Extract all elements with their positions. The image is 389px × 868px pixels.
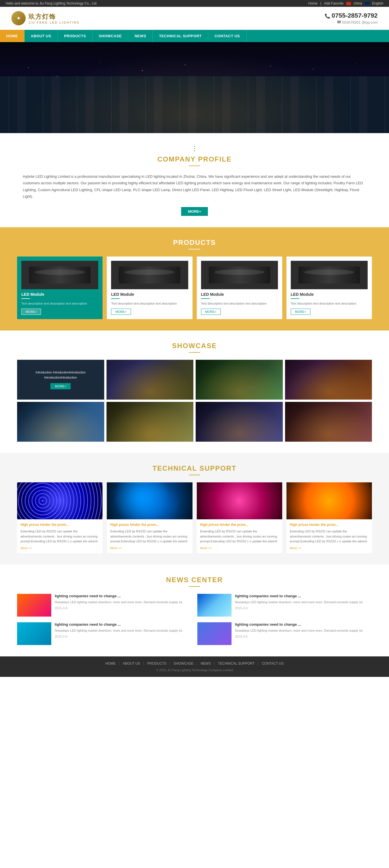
tech-image-1 (107, 482, 192, 519)
nav-about[interactable]: ABOUT US (25, 30, 58, 42)
nav-technical[interactable]: TECHNICAL SUPPORT (152, 30, 208, 42)
hero-banner (0, 42, 389, 133)
showcase-more-btn[interactable]: MORE+ (50, 383, 71, 389)
product-more-btn-3[interactable]: MORE+ (291, 309, 310, 315)
nav-news[interactable]: NEWS (128, 30, 152, 42)
showcase-city-5[interactable] (107, 402, 194, 442)
news-image-2[interactable] (17, 622, 51, 645)
news-item-3: lighting companies need to change ... No… (197, 622, 372, 645)
tech-title-2: High prices hinder the prom... (200, 523, 279, 527)
welcome-text: Hello and welcome to Jiu Fang Lighting T… (6, 1, 98, 5)
news-item-title-2: lighting companies need to change ... (55, 622, 192, 626)
news-item-2: lighting companies need to change ... No… (17, 622, 192, 645)
showcase-city-2[interactable] (196, 360, 283, 400)
tech-grid: High prices hinder the prom... Extending… (17, 482, 372, 553)
footer-nav-products[interactable]: PRODUCTS (144, 661, 170, 665)
nav-showcase[interactable]: SHOWCASE (92, 30, 129, 42)
showcase-grid: Introduction IntroductionIntroduction In… (17, 360, 372, 442)
product-more-btn-2[interactable]: MORE+ (201, 309, 221, 315)
tech-content-1: High prices hinder the prom... Extending… (107, 519, 192, 553)
showcase-city-7[interactable] (285, 402, 372, 442)
news-item-1: lighting companies need to change ... No… (197, 594, 372, 617)
china-link[interactable]: china (354, 1, 362, 5)
add-favorite-link[interactable]: Add Favorite (324, 1, 343, 5)
tech-more-1[interactable]: More >> (110, 546, 189, 550)
product-name-2: LED Module (201, 292, 278, 297)
footer-copyright: © 2015 Jiu Fang Lighting Technology Comp… (6, 668, 383, 672)
footer-nav-home[interactable]: HOME (102, 661, 119, 665)
site-footer: HOME ABOUT US PRODUCTS SHOWCASE NEWS TEC… (0, 656, 389, 677)
showcase-city-6[interactable] (196, 402, 283, 442)
nav-home[interactable]: HOME (0, 30, 25, 42)
tech-text-3: Extending LED by RS232 can update the ad… (290, 529, 368, 544)
tech-card-2: High prices hinder the prom... Extending… (197, 482, 282, 553)
news-item-title-0: lighting companies need to change ... (55, 594, 192, 598)
footer-nav: HOME ABOUT US PRODUCTS SHOWCASE NEWS TEC… (6, 661, 383, 665)
product-name-1: LED Module (111, 292, 188, 297)
showcase-city-3[interactable] (285, 360, 372, 400)
product-name-line-2 (201, 298, 210, 299)
tech-more-2[interactable]: More >> (200, 546, 279, 550)
footer-nav-showcase[interactable]: SHOWCASE (170, 661, 197, 665)
showcase-city-4[interactable] (17, 402, 104, 442)
footer-nav-about[interactable]: ABOUT US (119, 661, 144, 665)
english-link[interactable]: English (372, 1, 383, 5)
news-item-text-3: Nowadays LED lighting market downturn, m… (235, 628, 372, 633)
news-image-0[interactable] (17, 594, 51, 617)
news-item-text-2: Nowadays LED lighting market downturn, m… (55, 628, 192, 633)
product-card-2: LED Module Text description text descrip… (197, 256, 282, 319)
product-card-3: LED Module Text description text descrip… (286, 256, 372, 319)
tech-image-2 (197, 482, 282, 519)
showcase-title: SHOWCASE (17, 342, 372, 350)
logo-icon: ✦ (11, 11, 26, 25)
tech-text-2: Extending LED by RS232 can update the ad… (200, 529, 279, 544)
showcase-city-1[interactable] (107, 360, 194, 400)
email-address: 553078301 @qq.com (342, 20, 378, 25)
news-content-3: lighting companies need to change ... No… (235, 622, 372, 639)
product-card-1: LED Module Text description text descrip… (107, 256, 192, 319)
product-desc-1: Text description text description text d… (111, 301, 188, 306)
hero-overlay (0, 42, 389, 133)
tech-text-0: Extending LED by RS232 can update the ad… (21, 529, 99, 544)
tech-content-0: High prices hinder the prom... Extending… (17, 519, 103, 553)
product-more-btn-1[interactable]: MORE+ (111, 309, 131, 315)
profile-text: Hybrite LED Lighting Limited is a profes… (23, 173, 366, 200)
product-desc-2: Text description text description text d… (201, 301, 278, 306)
top-home-link[interactable]: Home (308, 1, 317, 5)
product-more-btn-0[interactable]: MORE+ (21, 309, 41, 315)
tech-more-0[interactable]: More >> (21, 546, 99, 550)
tech-title-3: High prices hinder the prom... (290, 523, 368, 527)
news-content-0: lighting companies need to change ... No… (55, 594, 192, 610)
tech-more-3[interactable]: More >> (290, 546, 368, 550)
flag-cn-icon (346, 2, 351, 5)
tech-title-0: High prices hinder the prom... (21, 523, 99, 527)
product-name-line-3 (291, 298, 299, 299)
site-header: ✦ 玖方灯饰 JIU FANG LED LIGHTING 📞 0755-2857… (0, 7, 389, 30)
top-bar-right: Home | Add Favorite china English (308, 1, 383, 5)
news-grid: lighting companies need to change ... No… (17, 594, 372, 645)
profile-underline (189, 165, 200, 166)
news-underline (189, 586, 200, 587)
showcase-underline (189, 352, 200, 353)
news-item-text-0: Nowadays LED lighting market downturn, m… (55, 600, 192, 605)
phone-number: 0755-2857-9792 (332, 12, 378, 19)
nav-products[interactable]: PRODUCTS (58, 30, 92, 42)
product-desc-3: Text description text description text d… (291, 301, 368, 306)
showcase-intro: Introduction IntroductionIntroduction In… (17, 360, 104, 400)
profile-more-button[interactable]: MORE+ (181, 207, 208, 216)
phone-line: 📞 0755-2857-9792 (325, 12, 378, 19)
news-image-3[interactable] (197, 622, 231, 645)
tech-text-1: Extending LED by RS232 can update the ad… (110, 529, 189, 544)
tech-title-1: High prices hinder the prom... (110, 523, 189, 527)
news-image-1[interactable] (197, 594, 231, 617)
tech-card-3: High prices hinder the prom... Extending… (286, 482, 372, 553)
logo-sub: JIU FANG LED LIGHTING (28, 21, 80, 24)
footer-nav-news[interactable]: NEWS (197, 661, 215, 665)
footer-nav-technical[interactable]: TECHNICAL SUPPORT (215, 661, 258, 665)
company-profile-section: ⋮ COMPANY PROFILE Hybrite LED Lighting L… (0, 133, 389, 227)
tech-card-1: High prices hinder the prom... Extending… (107, 482, 192, 553)
footer-nav-contact[interactable]: CONTACT US (258, 661, 287, 665)
tech-content-3: High prices hinder the prom... Extending… (286, 519, 372, 553)
nav-contact[interactable]: CONTACT US (208, 30, 246, 42)
products-underline (189, 249, 200, 249)
